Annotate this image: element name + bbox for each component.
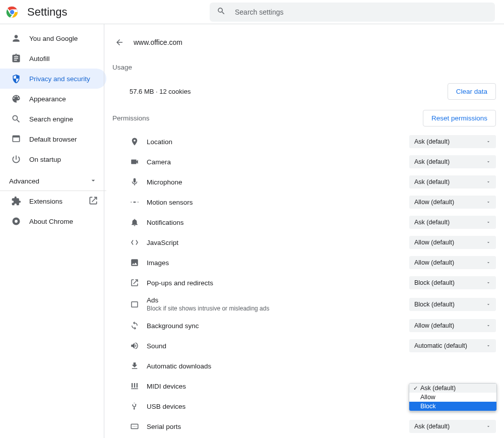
shield-icon bbox=[11, 74, 21, 84]
permission-select-sound[interactable]: Automatic (default) bbox=[409, 339, 496, 352]
chevron-down-icon bbox=[486, 260, 491, 265]
dropdown-option-block[interactable]: Block bbox=[409, 402, 496, 411]
permission-select-location[interactable]: Ask (default) bbox=[409, 135, 496, 148]
popups-icon bbox=[130, 278, 140, 288]
sidebar-item-extensions[interactable]: Extensions bbox=[0, 191, 106, 211]
clear-data-button[interactable]: Clear data bbox=[448, 83, 496, 100]
sidebar-item-on-startup[interactable]: On startup bbox=[0, 149, 106, 169]
chrome-icon bbox=[6, 6, 18, 18]
sidebar-item-autofill[interactable]: Autofill bbox=[0, 48, 106, 69]
permissions-heading: Permissions bbox=[112, 114, 150, 122]
chevron-down-icon bbox=[486, 424, 491, 429]
permission-value: Automatic (default) bbox=[414, 342, 467, 349]
usage-text: 57.6 MB · 12 cookies bbox=[130, 88, 191, 95]
permission-value: Block (default) bbox=[414, 279, 455, 286]
sidebar-item-label: Privacy and security bbox=[29, 75, 90, 83]
chevron-down-icon bbox=[486, 302, 491, 307]
permission-select-bgsync[interactable]: Allow (default) bbox=[409, 319, 496, 332]
sidebar-item-search-engine[interactable]: Search engine bbox=[0, 109, 106, 129]
permission-select-motion[interactable]: Allow (default) bbox=[409, 196, 496, 209]
svg-point-3 bbox=[15, 220, 18, 223]
permission-label: Ads bbox=[147, 296, 409, 304]
permission-label: Sound bbox=[147, 342, 409, 350]
usage-heading: Usage bbox=[112, 64, 504, 71]
permission-row-images: ImagesAllow (default) bbox=[112, 253, 504, 273]
permission-select-camera[interactable]: Ask (default) bbox=[409, 155, 496, 168]
camera-icon bbox=[130, 157, 140, 167]
search-input[interactable] bbox=[235, 8, 488, 16]
sidebar-item-privacy[interactable]: Privacy and security bbox=[0, 69, 106, 89]
sidebar-item-you-google[interactable]: You and Google bbox=[0, 28, 106, 48]
permission-value: Ask (default) bbox=[414, 158, 450, 165]
svg-rect-5 bbox=[132, 301, 138, 307]
sidebar-item-about[interactable]: About Chrome bbox=[0, 211, 106, 231]
permission-label: Motion sensors bbox=[147, 199, 409, 206]
palette-icon bbox=[11, 94, 21, 104]
permission-select-microphone[interactable]: Ask (default) bbox=[409, 175, 496, 189]
permission-select-images[interactable]: Allow (default) bbox=[409, 256, 496, 269]
usb-icon bbox=[130, 401, 140, 411]
permission-label: Serial ports bbox=[147, 423, 409, 430]
permission-label: Background sync bbox=[147, 322, 409, 330]
permission-label: Camera bbox=[147, 158, 409, 166]
permission-row-serial: Serial portsAsk (default) bbox=[112, 416, 504, 436]
permission-label: MIDI devices bbox=[147, 383, 409, 390]
permission-row-camera: CameraAsk (default) bbox=[112, 152, 504, 172]
sidebar-item-label: Autofill bbox=[29, 55, 50, 62]
permission-dropdown-menu[interactable]: ✓ Ask (default) Allow Block bbox=[409, 383, 497, 411]
site-url: www.office.com bbox=[134, 38, 182, 46]
sidebar-item-label: On startup bbox=[29, 156, 61, 163]
svg-point-9 bbox=[136, 426, 137, 427]
sidebar-item-default-browser[interactable]: Default browser bbox=[0, 129, 106, 149]
search-settings[interactable] bbox=[210, 3, 495, 22]
chevron-down-icon bbox=[486, 200, 491, 205]
microphone-icon bbox=[130, 177, 140, 187]
svg-point-4 bbox=[134, 202, 136, 203]
person-icon bbox=[11, 33, 21, 43]
permission-value: Allow (default) bbox=[414, 322, 454, 329]
permission-row-location: LocationAsk (default) bbox=[112, 132, 504, 152]
sound-icon bbox=[130, 341, 140, 351]
sidebar-item-label: Appearance bbox=[29, 95, 66, 103]
chevron-down-icon bbox=[486, 139, 491, 144]
autodl-icon bbox=[130, 361, 140, 371]
svg-point-7 bbox=[133, 426, 134, 427]
permission-label: Pop-ups and redirects bbox=[147, 279, 409, 287]
search-icon bbox=[11, 114, 21, 124]
notifications-icon bbox=[130, 217, 140, 227]
permission-label: Automatic downloads bbox=[147, 362, 409, 370]
external-link-icon bbox=[88, 196, 98, 207]
permission-row-autodl: Automatic downloads bbox=[112, 356, 504, 376]
permission-sublabel: Block if site shows intrusive or mislead… bbox=[147, 305, 409, 312]
permission-row-sound: SoundAutomatic (default) bbox=[112, 336, 504, 356]
bgsync-icon bbox=[130, 321, 140, 331]
browser-icon bbox=[11, 134, 21, 144]
permission-select-notifications[interactable]: Ask (default) bbox=[409, 216, 496, 229]
chevron-down-icon bbox=[486, 159, 491, 164]
permission-value: Block (default) bbox=[414, 301, 455, 308]
back-button[interactable] bbox=[112, 35, 127, 49]
permission-value: Allow (default) bbox=[414, 239, 454, 246]
images-icon bbox=[130, 258, 140, 268]
javascript-icon bbox=[130, 237, 140, 247]
reset-permissions-button[interactable]: Reset permissions bbox=[423, 110, 496, 127]
permission-select-serial[interactable]: Ask (default) bbox=[409, 420, 496, 433]
permission-select-popups[interactable]: Block (default) bbox=[409, 276, 496, 289]
dropdown-option-ask[interactable]: ✓ Ask (default) bbox=[409, 384, 496, 393]
search-icon bbox=[217, 7, 235, 17]
svg-point-1 bbox=[10, 10, 14, 14]
permission-value: Ask (default) bbox=[414, 178, 450, 185]
permission-select-ads[interactable]: Block (default) bbox=[409, 298, 496, 311]
permission-select-javascript[interactable]: Allow (default) bbox=[409, 236, 496, 249]
permission-value: Ask (default) bbox=[414, 138, 450, 145]
chevron-down-icon bbox=[486, 240, 491, 245]
sidebar-advanced[interactable]: Advanced bbox=[0, 171, 106, 191]
chevron-down-icon bbox=[89, 176, 97, 186]
permission-row-popups: Pop-ups and redirectsBlock (default) bbox=[112, 273, 504, 293]
permission-row-motion: Motion sensorsAllow (default) bbox=[112, 192, 504, 212]
permission-label: JavaScript bbox=[147, 239, 409, 246]
sidebar-item-label: Default browser bbox=[29, 136, 77, 143]
dropdown-option-allow[interactable]: Allow bbox=[409, 393, 496, 402]
sidebar-item-appearance[interactable]: Appearance bbox=[0, 89, 106, 109]
permission-label: Images bbox=[147, 259, 409, 267]
